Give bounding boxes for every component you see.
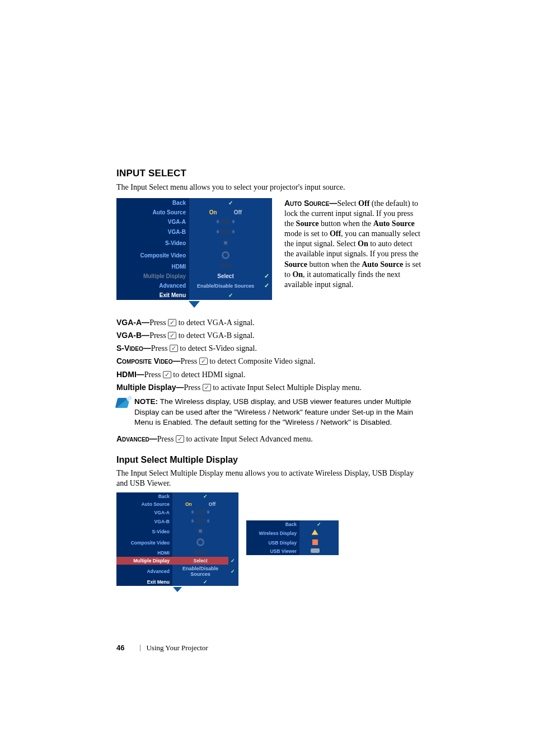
section-intro: The Input Select menu allows you to sele… <box>116 182 423 192</box>
menu-screenshot-main: Back✓Auto SourceOnOffVGA-AVGA-BS-VideoCo… <box>116 198 272 309</box>
menu-row: Multiple DisplaySelect✓ <box>116 557 238 565</box>
signal-definitions: VGA-A—Press to detect VGA-A signal.VGA-B… <box>116 317 423 394</box>
menu-row: USB Viewer <box>246 547 339 555</box>
check-icon: ✓ <box>203 494 208 499</box>
advanced-label: Advanced— <box>116 434 157 443</box>
definition-row: VGA-B—Press to detect VGA-B signal. <box>116 330 423 341</box>
def-press: Press <box>181 357 199 365</box>
hdmi-icon <box>219 264 232 269</box>
menu-label: S-Video <box>116 237 189 250</box>
vga-icon <box>219 219 232 224</box>
menu-row: HDMI <box>116 548 238 557</box>
menu-label: VGA-A <box>116 217 189 227</box>
menu-label: Exit Menu <box>116 578 172 586</box>
sv-icon <box>222 239 229 247</box>
vga-icon <box>194 518 207 524</box>
osd-menu-right: Back✓Wireless DisplayUSB DisplayUSB View… <box>246 520 339 555</box>
advanced-definition: Advanced—Press to activate Input Select … <box>116 433 423 445</box>
menu-row: Back✓ <box>116 198 272 208</box>
menu-label: USB Display <box>246 538 299 547</box>
hdmi-icon <box>194 550 207 555</box>
usb-rect-icon <box>311 548 320 553</box>
menu-label: Exit Menu <box>116 290 189 300</box>
menu-row: AdvancedEnable/Disable Sources✓ <box>116 281 272 290</box>
def-press: Press <box>151 344 170 353</box>
footer-text: Using Your Projector <box>146 644 208 652</box>
menu-row: S-Video <box>116 526 238 537</box>
def-label: HDMI— <box>116 370 144 379</box>
menu-row: Back✓ <box>246 520 339 528</box>
auto-source-text: Select Off (the default) to lock the cur… <box>284 199 421 289</box>
menu-screenshot-left: Back✓Auto SourceOnOffVGA-AVGA-BS-VideoCo… <box>116 492 238 593</box>
auto-source-description: Auto Source—Select Off (the default) to … <box>284 198 423 309</box>
def-press: Press <box>149 331 168 340</box>
def-label: VGA-B— <box>116 331 149 340</box>
osd-menu-main: Back✓Auto SourceOnOffVGA-AVGA-BS-VideoCo… <box>116 198 272 309</box>
def-after: to detect HDMI signal. <box>171 370 246 379</box>
wifi-icon <box>312 529 318 536</box>
menu-row: Wireless Display <box>246 528 339 538</box>
subsection-heading: Input Select Multiple Display <box>116 455 423 465</box>
subsection-intro: The Input Select Multiple Display menu a… <box>116 468 423 488</box>
enter-key-icon <box>176 435 184 443</box>
enter-key-icon <box>168 332 176 339</box>
menu-row: VGA-B <box>116 227 272 237</box>
note-block: NOTE: The Wireless display, USB display,… <box>116 397 423 428</box>
enter-key-icon <box>170 345 178 352</box>
menu-row: Multiple DisplaySelect✓ <box>116 271 272 281</box>
menu-label: Advanced <box>116 565 172 578</box>
arrow-down-icon <box>173 587 182 592</box>
section-heading: INPUT SELECT <box>116 168 423 179</box>
footer-separator <box>140 645 140 651</box>
menu-row: HDMI <box>116 262 272 271</box>
arrow-down-icon <box>189 301 200 308</box>
menu-label: VGA-A <box>116 508 172 517</box>
menu-label: Wireless Display <box>246 528 299 538</box>
note-text: NOTE: The Wireless display, USB display,… <box>134 397 423 428</box>
definition-row: VGA-A—Press to detect VGA-A signal. <box>116 317 423 328</box>
menu-label: Back <box>116 198 189 208</box>
def-label: Composite Video— <box>116 356 181 365</box>
menu-row: Auto SourceOnOff <box>116 500 238 508</box>
menu-row: VGA-B <box>116 517 238 526</box>
vga-icon <box>194 509 207 515</box>
menu-label: Multiple Display <box>116 271 189 281</box>
menu-label: Auto Source <box>116 500 172 508</box>
definition-row: HDMI—Press to detect HDMI signal. <box>116 369 423 381</box>
menu-label: Multiple Display <box>116 557 172 565</box>
menu-label: VGA-B <box>116 517 172 526</box>
def-label: Multiple Display— <box>116 383 184 392</box>
menu-label: Advanced <box>116 281 189 290</box>
note-icon <box>115 398 130 408</box>
enter-key-icon <box>203 384 211 391</box>
def-after: to detect VGA-B signal. <box>176 331 254 340</box>
def-after: to detect Composite Video signal. <box>208 357 316 365</box>
menu-row: Composite Video <box>116 537 238 548</box>
menu-label: Composite Video <box>116 537 172 548</box>
osd-menu-left: Back✓Auto SourceOnOffVGA-AVGA-BS-VideoCo… <box>116 492 238 593</box>
menu-label: VGA-B <box>116 227 189 237</box>
enter-key-icon <box>199 358 208 365</box>
check-icon: ✓ <box>317 522 321 527</box>
definition-row: Multiple Display—Press to activate Input… <box>116 382 423 393</box>
cv-icon <box>196 538 204 546</box>
def-after: to detect VGA-A signal. <box>176 318 254 327</box>
menu-row: AdvancedEnable/Disable Sources✓ <box>116 565 238 578</box>
menu-label: HDMI <box>116 262 189 271</box>
advanced-after: to activate Input Select Advanced menu. <box>184 435 313 443</box>
menu-row: Exit Menu✓ <box>116 578 238 586</box>
menu-row: Auto SourceOnOff <box>116 208 272 217</box>
def-label: S-Video— <box>116 344 151 353</box>
menu-label: Auto Source <box>116 208 189 217</box>
check-icon: ✓ <box>203 579 208 585</box>
page-number: 46 <box>116 644 124 652</box>
definition-row: Composite Video—Press to detect Composit… <box>116 355 423 367</box>
definition-row: S-Video—Press to detect S-Video signal. <box>116 342 423 354</box>
advanced-press: Press <box>157 435 176 443</box>
vga-icon <box>219 229 232 234</box>
auto-source-label: Auto Source— <box>284 199 337 208</box>
def-press: Press <box>144 370 163 379</box>
note-body: The Wireless display, USB display, and U… <box>134 397 413 426</box>
enter-key-icon <box>163 371 171 378</box>
def-label: VGA-A— <box>116 318 149 327</box>
